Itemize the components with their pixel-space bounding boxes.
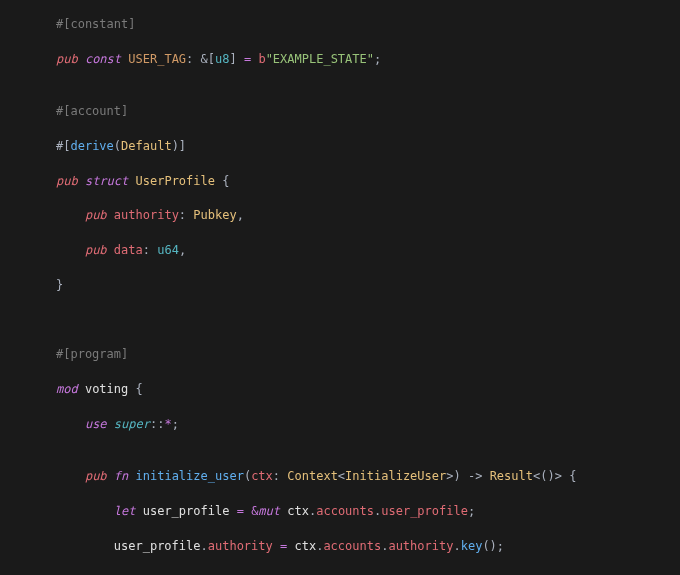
code-line: pub data: u64, [56,242,680,259]
code-line: #[program] [56,346,680,363]
code-line: mod voting { [56,381,680,398]
code-line: pub fn initialize_user(ctx: Context<Init… [56,468,680,485]
code-line: user_profile.authority = ctx.accounts.au… [56,538,680,555]
code-line: #[constant] [56,16,680,33]
code-line: use super::*; [56,416,680,433]
code-line: #[account] [56,103,680,120]
code-line: } [56,277,680,294]
code-line: let user_profile = &mut ctx.accounts.use… [56,503,680,520]
code-line: pub authority: Pubkey, [56,207,680,224]
code-line: #[derive(Default)] [56,138,680,155]
code-line: pub struct UserProfile { [56,173,680,190]
code-line: pub const USER_TAG: &[u8] = b"EXAMPLE_ST… [56,51,680,68]
code-block: #[constant] pub const USER_TAG: &[u8] = … [56,16,680,575]
